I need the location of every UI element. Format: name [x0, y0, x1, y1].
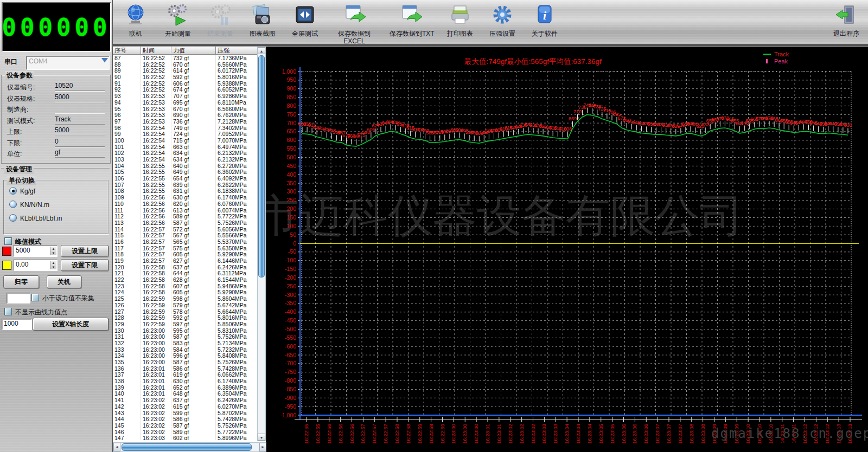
table-row[interactable]: 13816:23:01 630 gf6.1740MPa — [113, 378, 258, 384]
table-row[interactable]: 9616:22:53 690 gf6.7620MPa — [113, 112, 258, 118]
table-row[interactable]: 12316:22:58 607 gf5.9486MPa — [113, 283, 258, 289]
column-header[interactable]: 时间 — [141, 47, 171, 55]
table-row[interactable]: 14216:23:02 615 gf6.0270MPa — [113, 403, 258, 410]
set-xaxis-length-button[interactable]: 设置X轴长度 — [33, 318, 108, 331]
toolbar-button-9[interactable]: i 关于软件 — [531, 3, 559, 38]
peak-mode-checkbox[interactable] — [4, 237, 12, 245]
table-row[interactable]: 10716:22:55 639 gf6.2622MPa — [113, 182, 258, 188]
set-lower-limit-button[interactable]: 设置下限 — [61, 259, 108, 271]
table-row[interactable]: 12716:22:59 578 gf5.6644MPa — [113, 308, 258, 315]
spinner-arrows-icon[interactable]: ▲▼ — [50, 247, 56, 255]
vertical-scrollbar-thumb[interactable] — [258, 55, 265, 277]
table-row[interactable]: 10816:22:55 631 gf6.1838MPa — [113, 188, 258, 194]
spinner-arrows-icon[interactable]: ▲▼ — [50, 261, 56, 269]
table-row[interactable]: 12916:22:59 597 gf5.8506MPa — [113, 321, 258, 327]
table-row[interactable]: 9416:22:53 695 gf6.8110MPa — [113, 99, 258, 106]
hide-points-row[interactable]: 不显示曲线力值点 — [4, 308, 67, 317]
min-collect-row[interactable]: 小于该力值不采集 — [31, 294, 94, 303]
scroll-down-icon[interactable]: ▼ — [258, 434, 265, 441]
zero-button[interactable]: 归零 — [3, 275, 39, 288]
table-row[interactable]: 14616:23:02 589 gf5.7722MPa — [113, 429, 258, 435]
toolbar-button-3[interactable]: 图表截图 — [248, 3, 277, 38]
table-row[interactable]: 10116:22:54 663 gf6.4974MPa — [113, 144, 258, 150]
xaxis-length-input[interactable]: 1000 — [2, 319, 32, 330]
table-row[interactable]: 10416:22:55 640 gf6.2720MPa — [113, 163, 258, 169]
table-row[interactable]: 12016:22:58 637 gf6.2426MPa — [113, 264, 258, 270]
exit-program-button[interactable]: 退出程序 — [832, 3, 860, 38]
toolbar-button-5[interactable]: 保存数据到EXCEL — [333, 3, 375, 45]
table-row[interactable]: 10316:22:54 634 gf6.2132MPa — [113, 156, 258, 163]
hide-points-checkbox[interactable] — [4, 308, 12, 315]
table-row[interactable]: 13416:23:00 596 gf5.8408MPa — [113, 352, 258, 359]
table-row[interactable]: 11016:22:56 620 gf6.0760MPa — [113, 201, 258, 207]
power-off-button[interactable]: 关机 — [47, 275, 81, 288]
column-header[interactable]: 力值 — [171, 47, 216, 55]
serial-port-select[interactable]: COM4 — [26, 56, 110, 70]
table-row[interactable]: 10616:22:55 654 gf6.4092MPa — [113, 175, 258, 182]
table-row[interactable]: 11916:22:57 627 gf6.1446MPa — [113, 257, 258, 264]
lower-limit-color-swatch[interactable] — [2, 261, 11, 270]
column-header[interactable]: 压强 — [216, 47, 258, 55]
param-value[interactable]: Track — [55, 115, 105, 125]
toolbar-button-6[interactable]: 保存数据到TXT — [390, 3, 432, 38]
table-row[interactable]: 13016:23:00 595 gf5.8310MPa — [113, 327, 258, 334]
param-value[interactable]: 10520 — [55, 82, 105, 91]
table-row[interactable]: 11616:22:57 565 gf5.5370MPa — [113, 238, 258, 245]
table-row[interactable]: 9116:22:52 606 gf5.9388MPa — [113, 80, 258, 87]
table-row[interactable]: 11316:22:56 587 gf5.7526MPa — [113, 219, 258, 226]
table-row[interactable]: 10016:22:54 715 gf7.0070MPa — [113, 137, 258, 144]
horizontal-scrollbar-thumb[interactable] — [122, 443, 252, 451]
table-row[interactable]: 13916:23:01 652 gf6.3896MPa — [113, 384, 258, 391]
radio-icon[interactable] — [9, 201, 17, 208]
table-row[interactable]: 12616:22:59 579 gf5.6742MPa — [113, 302, 258, 308]
param-value[interactable]: 5000 — [55, 126, 105, 135]
set-upper-limit-button[interactable]: 设置上限 — [61, 245, 108, 257]
param-value[interactable]: 5000 — [55, 93, 105, 102]
table-row[interactable]: 8916:22:52 614 gf6.0172MPa — [113, 67, 258, 74]
min-collect-checkbox[interactable] — [31, 294, 39, 301]
table-row[interactable]: 14516:23:02 587 gf5.7526MPa — [113, 422, 258, 429]
unit-option[interactable]: Kg/gf — [9, 187, 35, 195]
scroll-left-icon[interactable]: ◄ — [113, 443, 120, 451]
table-row[interactable]: 11216:22:56 589 gf5.7722MPa — [113, 213, 258, 219]
table-row[interactable]: 9716:22:53 736 gf7.2128MPa — [113, 118, 258, 125]
table-row[interactable]: 9916:22:54 724 gf7.0952MPa — [113, 131, 258, 137]
table-row[interactable]: 12116:22:58 644 gf6.3112MPa — [113, 270, 258, 276]
column-header[interactable]: 序号 — [113, 47, 141, 55]
table-row[interactable]: 9816:22:54 749 gf7.3402MPa — [113, 125, 258, 131]
toolbar-button-1[interactable]: 开始测量 — [164, 3, 192, 38]
table-row[interactable]: 13316:23:00 584 gf5.7232MPa — [113, 346, 258, 353]
table-row[interactable]: 9516:22:53 670 gf6.5660MPa — [113, 106, 258, 112]
table-row[interactable]: 13116:23:00 587 gf5.7526MPa — [113, 333, 258, 340]
table-row[interactable]: 14416:23:02 586 gf5.7428MPa — [113, 416, 258, 422]
table-row[interactable]: 11416:22:57 572 gf5.6056MPa — [113, 226, 258, 233]
table-row[interactable]: 12216:22:58 628 gf6.1544MPa — [113, 276, 258, 283]
radio-icon[interactable] — [9, 214, 17, 222]
table-row[interactable]: 14116:23:02 637 gf6.2426MPa — [113, 397, 258, 403]
table-row[interactable]: 9316:22:53 707 gf6.9286MPa — [113, 93, 258, 99]
table-row[interactable]: 14016:23:01 648 gf6.3504MPa — [113, 390, 258, 397]
table-row[interactable]: 12516:22:59 598 gf5.8604MPa — [113, 295, 258, 302]
table-row[interactable]: 14716:23:03 602 gf5.8996MPa — [113, 435, 258, 440]
table-row[interactable]: 11116:22:56 613 gf6.0074MPa — [113, 207, 258, 214]
table-row[interactable]: 14316:23:02 599 gf5.8702MPa — [113, 410, 258, 416]
table-row[interactable]: 11716:22:57 575 gf5.6350MPa — [113, 245, 258, 251]
toolbar-button-8[interactable]: 压强设置 — [488, 3, 516, 38]
param-value[interactable]: 0 — [55, 138, 105, 147]
table-row[interactable]: 12816:22:59 592 gf5.8016MPa — [113, 314, 258, 321]
table-row[interactable]: 11816:22:57 605 gf5.9290MPa — [113, 251, 258, 257]
toolbar-button-4[interactable]: 全屏测试 — [291, 3, 319, 38]
vertical-scrollbar[interactable]: ▲ ▼ — [257, 47, 266, 441]
table-row[interactable]: 13216:23:00 583 gf5.7134MPa — [113, 340, 258, 346]
toolbar-button-0[interactable]: 联机 — [122, 3, 150, 38]
unit-option[interactable]: KN/N/N.m — [9, 201, 49, 209]
table-row[interactable]: 11516:22:57 567 gf5.5566MPa — [113, 232, 258, 238]
param-value[interactable] — [55, 104, 105, 113]
table-row[interactable]: 9016:22:52 592 gf5.8016MPa — [113, 74, 258, 80]
scroll-up-icon[interactable]: ▲ — [258, 47, 265, 54]
upper-limit-spinner[interactable]: 5000 ▲▼ — [13, 246, 58, 257]
param-value[interactable]: gf — [55, 148, 105, 158]
table-row[interactable]: 8816:22:52 670 gf6.5660MPa — [113, 61, 258, 68]
table-row[interactable]: 12416:22:58 605 gf5.9290MPa — [113, 289, 258, 295]
toolbar-button-7[interactable]: 打印图表 — [446, 3, 474, 38]
